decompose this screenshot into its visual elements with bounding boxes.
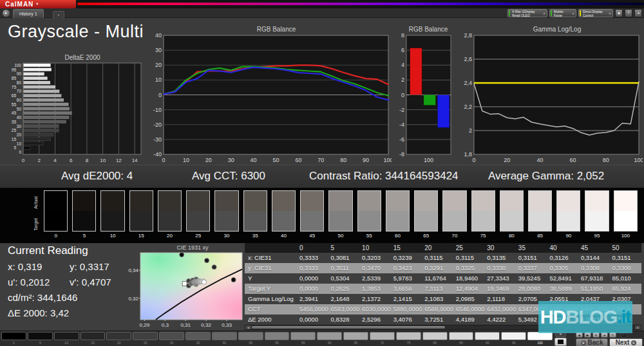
watermark-blog: BLOG (566, 307, 618, 328)
table-cell: 0,3423 (392, 263, 423, 273)
page-title: Grayscale - Multi (8, 22, 144, 42)
pattern-swatch-button[interactable]: 10 (54, 332, 79, 345)
pattern-swatch-button[interactable]: 95 (501, 332, 526, 345)
pattern-swatch-button[interactable]: 15 (80, 332, 106, 345)
pattern-swatch-button[interactable]: 35 (185, 332, 211, 345)
meter-label: X-Rite i1Display Retail OLED (512, 10, 535, 17)
calman-app: CalMAN▾ ▸ History 1 ▾ X-Rite i1Display R… (0, 0, 644, 346)
pattern-swatch-button[interactable]: 90 (475, 332, 500, 345)
pattern-swatch-button[interactable]: 60 (317, 332, 342, 345)
scroll-right-icon[interactable]: ▸ (635, 325, 641, 329)
scrollbar-thumb[interactable] (252, 326, 445, 329)
pattern-swatch-button[interactable]: 0 (1, 332, 26, 345)
row-label: CCT (245, 304, 298, 314)
pattern-swatch-button[interactable]: 70 (370, 332, 395, 345)
current-reading-title: Current Reading (8, 244, 111, 257)
target-color (415, 211, 437, 231)
svg-text:60: 60 (570, 157, 576, 163)
grayscale-swatch: 25 (186, 190, 210, 240)
help-icon[interactable]: ? (625, 9, 632, 17)
cie-chart-panel: CIE 1931 xy 0,320,340,290,30,310,320,33 (126, 244, 245, 329)
table-cell: 2,1083 (422, 294, 454, 304)
svg-text:90: 90 (363, 157, 369, 163)
svg-text:-30: -30 (153, 136, 162, 143)
watermark-hd: HD (540, 307, 566, 328)
pattern-swatch-button[interactable]: 55 (290, 332, 316, 345)
target-color (443, 211, 466, 231)
table-cell: 0,0000 (298, 314, 329, 325)
actual-color (557, 191, 580, 211)
pattern-swatch-button[interactable]: 30 (159, 332, 184, 345)
target-color (101, 211, 124, 231)
column-header: 25 (454, 243, 486, 253)
table-cell: 39,5245 (516, 273, 548, 284)
tab-history-1[interactable]: History 1 (13, 9, 44, 18)
table-cell: 2,1118 (485, 294, 516, 304)
table-cell: 5456,0000 (298, 304, 329, 314)
table-cell: 2,1372 (360, 294, 392, 304)
pattern-swatch-label: 80 (422, 340, 448, 345)
pattern-swatch-button[interactable]: 40 (212, 332, 237, 345)
pattern-swatch-button[interactable]: 50 (265, 332, 290, 345)
svg-text:0: 0 (22, 158, 25, 163)
pattern-swatch-button[interactable]: 65 (343, 332, 368, 345)
grayscale-swatch: 20 (158, 190, 182, 240)
watermark-it: .it (617, 307, 630, 327)
table-cell: 5,9783 (392, 273, 423, 284)
pattern-swatch-color (370, 332, 395, 340)
pattern-swatch-button[interactable]: 20 (106, 332, 131, 345)
svg-text:2,2: 2,2 (464, 104, 472, 110)
pattern-window-button[interactable] (554, 338, 567, 346)
pattern-swatch-label: 60 (317, 340, 342, 345)
table-cell: 11,6764 (422, 273, 454, 284)
column-header: 15 (392, 243, 423, 253)
svg-text:100: 100 (383, 157, 392, 163)
table-cell: 2,0985 (454, 294, 486, 304)
rgb-balance-bar-chart: -8-6-4-202468100 (394, 33, 456, 166)
svg-text:2: 2 (469, 127, 472, 134)
scroll-left-icon[interactable]: ◂ (245, 325, 251, 329)
tab-nav-button[interactable]: ▸ (3, 10, 10, 17)
table-cell: 5880,0000 (392, 304, 423, 314)
table-cell: 67,9318 (579, 273, 611, 284)
svg-text:35: 35 (12, 120, 17, 124)
meter-select[interactable]: X-Rite i1Display Retail OLED ▾ (507, 9, 547, 17)
pattern-swatch-button[interactable]: 5 (28, 332, 53, 345)
svg-text:55: 55 (12, 102, 17, 107)
back-button[interactable]: ◂ Back (576, 338, 608, 346)
pattern-swatch-button[interactable]: 80 (422, 332, 448, 345)
svg-text:2,6: 2,6 (464, 56, 472, 62)
swatch-level-label: 65 (414, 232, 438, 240)
pattern-swatch-label: 55 (290, 340, 316, 345)
svg-text:-2: -2 (399, 107, 404, 113)
chevron-down-icon: ▾ (58, 13, 60, 17)
pattern-swatch-button[interactable]: 100 (527, 332, 553, 345)
next-button[interactable]: Next ▸ (609, 338, 643, 346)
grayscale-swatches: 0510152025303540455055606570758085909510… (44, 190, 638, 240)
pattern-swatch-button[interactable]: 45 (238, 332, 263, 345)
table-cell: 27,3343 (485, 273, 516, 284)
tab-stub[interactable]: ▾ (53, 11, 64, 19)
deltae-chart-panel: DeltaE 2000 0246810121405101520253035404… (6, 54, 144, 165)
swatch-box (44, 190, 68, 232)
pattern-swatch-button[interactable]: 75 (396, 332, 421, 345)
grayscale-swatch: 80 (500, 190, 524, 240)
svg-text:60: 60 (295, 157, 301, 163)
stat-contrast-ratio: Contrast Ratio: 344164593424 (309, 170, 459, 183)
source-select[interactable]: Mobile Forge ▾ (549, 9, 576, 17)
pattern-swatch-button[interactable]: 85 (449, 332, 474, 345)
table-cell: 7,3113 (422, 284, 454, 294)
logo-text: CalMAN (5, 1, 33, 8)
power-icon[interactable]: ◉ (615, 9, 623, 17)
table-cell: 0,0000 (298, 284, 329, 294)
grayscale-swatch: 30 (214, 190, 238, 240)
display-control-select[interactable]: Direct Display Control ▾ (578, 9, 613, 17)
pattern-swatch-button[interactable]: 25 (133, 332, 158, 345)
target-color (500, 211, 523, 231)
target-color (301, 211, 323, 231)
collapse-icon[interactable]: ◂ (634, 9, 642, 17)
svg-text:-6: -6 (399, 136, 404, 143)
swatch-box (528, 190, 552, 232)
target-color (358, 211, 381, 231)
calman-logo-menu[interactable]: CalMAN▾ (0, 0, 76, 8)
